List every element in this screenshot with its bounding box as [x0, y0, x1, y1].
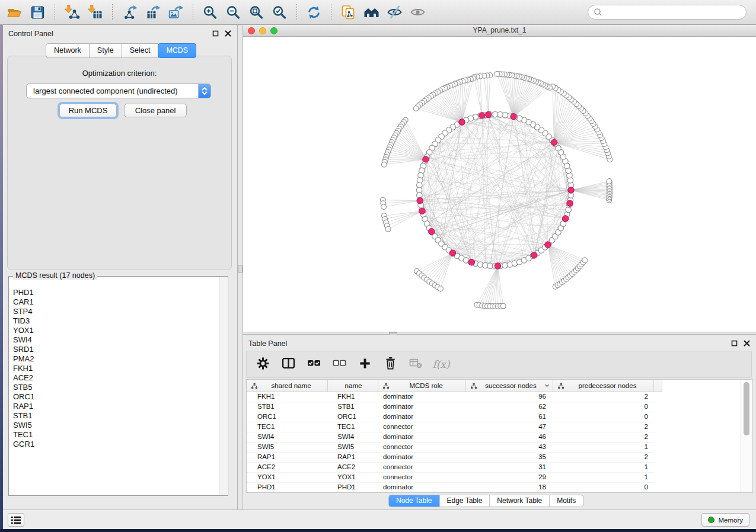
- mcds-result-item[interactable]: TEC1: [13, 430, 218, 440]
- mcds-result-item[interactable]: YOX1: [13, 326, 218, 335]
- save-session-button[interactable]: [26, 2, 49, 23]
- table-scrollbar-thumb[interactable]: [744, 382, 749, 435]
- table-row[interactable]: TEC1TEC1connector472: [247, 422, 654, 432]
- mcds-result-item[interactable]: ORC1: [13, 392, 218, 402]
- table-options-button[interactable]: [254, 354, 272, 374]
- create-column-button[interactable]: [356, 354, 374, 374]
- table-row[interactable]: FKH1FKH1dominator962: [247, 392, 654, 402]
- table-row[interactable]: PHD1PHD1dominator180: [247, 483, 654, 493]
- cell-predecessor-nodes: 2: [553, 422, 654, 432]
- mcds-result-item[interactable]: STB5: [13, 383, 218, 392]
- column-header-shared-name[interactable]: shared name: [247, 380, 328, 392]
- float-panel-icon[interactable]: [731, 340, 738, 347]
- table-row[interactable]: STB1STB1dominator620: [247, 402, 654, 412]
- mcds-result-item[interactable]: STB1: [13, 411, 218, 421]
- table-panel: Table Panel f(x) shared namenameMCDS rol…: [243, 335, 756, 509]
- vertical-splitter-handle[interactable]: [238, 265, 243, 273]
- tab-mcds[interactable]: MCDS: [158, 43, 196, 58]
- cell-shared-name: TEC1: [247, 422, 328, 432]
- control-panel: Control Panel NetworkStyleSelectMCDS Opt…: [3, 25, 237, 509]
- new-network-from-selection-button[interactable]: [337, 2, 360, 23]
- hide-selection-button[interactable]: [383, 2, 406, 23]
- memory-button[interactable]: Memory: [701, 513, 749, 527]
- mcds-result-item[interactable]: PMA2: [13, 354, 218, 364]
- network-title: YPA_prune.txt_1: [243, 25, 756, 36]
- network-view-canvas[interactable]: [243, 37, 756, 332]
- mcds-result-item[interactable]: SWI4: [13, 335, 218, 345]
- mcds-result-item[interactable]: TID3: [13, 316, 218, 326]
- float-panel-icon[interactable]: [212, 30, 219, 37]
- zoom-selected-button[interactable]: [268, 2, 291, 23]
- export-table-button[interactable]: [141, 2, 164, 23]
- optimization-criterion-select[interactable]: largest connected component (undirected): [26, 84, 211, 98]
- tab-style[interactable]: Style: [89, 43, 122, 58]
- toggle-columns-icon: [282, 357, 295, 373]
- mcds-result-item[interactable]: CAR1: [13, 297, 218, 307]
- tab-network[interactable]: Network: [46, 43, 90, 58]
- toggle-columns-button[interactable]: [279, 354, 297, 374]
- table-row[interactable]: YOX1YOX1connector291: [247, 473, 654, 483]
- deselect-all-button[interactable]: [330, 354, 348, 374]
- close-panel-button[interactable]: Close panel: [124, 104, 187, 117]
- run-mcds-button[interactable]: Run MCDS: [59, 104, 117, 117]
- search-input[interactable]: [605, 8, 746, 17]
- control-panel-title: Control Panel: [8, 30, 53, 38]
- cell-name: YOX1: [328, 473, 378, 482]
- task-history-button[interactable]: [8, 513, 24, 527]
- export-network-icon: [122, 5, 138, 20]
- mcds-result-item[interactable]: ACE2: [13, 373, 218, 383]
- mcds-result-item[interactable]: RAP1: [13, 402, 218, 411]
- close-panel-icon[interactable]: [225, 30, 231, 37]
- mcds-list-scrollbar[interactable]: [219, 277, 227, 495]
- zoom-out-button[interactable]: [222, 2, 245, 23]
- import-network-button[interactable]: [60, 2, 84, 23]
- close-panel-icon[interactable]: [744, 340, 750, 347]
- delete-column-button[interactable]: [381, 354, 399, 374]
- attribute-type-icon: [557, 383, 564, 389]
- create-column-icon: [359, 357, 371, 372]
- tab-motifs[interactable]: Motifs: [549, 495, 583, 507]
- column-header-successor-nodes[interactable]: successor nodes: [466, 380, 553, 392]
- export-network-button[interactable]: [118, 2, 141, 23]
- maximize-window-icon[interactable]: [270, 27, 277, 34]
- open-file-button[interactable]: [3, 2, 26, 23]
- cell-mcds-role: dominator: [378, 432, 466, 442]
- mcds-result-item[interactable]: SRD1: [13, 345, 218, 354]
- mcds-result-item[interactable]: SWI5: [13, 421, 218, 430]
- table-row[interactable]: ACE2ACE2connector311: [247, 463, 654, 473]
- minimize-window-icon[interactable]: [259, 27, 266, 34]
- search-box: [588, 5, 747, 20]
- mcds-result-item[interactable]: FKH1: [13, 364, 218, 373]
- table-row[interactable]: ORC1ORC1dominator610: [247, 412, 654, 422]
- column-label: successor nodes: [477, 382, 544, 389]
- zoom-in-button[interactable]: [199, 2, 222, 23]
- table-row[interactable]: RAP1RAP1dominator352: [247, 453, 654, 463]
- import-table-icon: [87, 5, 103, 20]
- tab-network-table[interactable]: Network Table: [489, 495, 549, 507]
- zoom-selected-icon: [272, 5, 288, 20]
- show-all-button[interactable]: [406, 2, 429, 23]
- export-image-icon: [168, 5, 184, 20]
- mcds-result-item[interactable]: GCR1: [13, 440, 218, 449]
- mcds-result-item[interactable]: STP4: [13, 307, 218, 316]
- first-neighbors-button[interactable]: [360, 2, 383, 23]
- column-header-predecessor-nodes[interactable]: predecessor nodes: [553, 380, 654, 392]
- refresh-network-button[interactable]: [302, 2, 326, 23]
- tab-edge-table[interactable]: Edge Table: [439, 495, 490, 507]
- cell-successor-nodes: 18: [466, 483, 553, 492]
- import-table-button[interactable]: [84, 2, 107, 23]
- network-window-titlebar[interactable]: YPA_prune.txt_1: [243, 25, 756, 37]
- select-all-button[interactable]: [305, 354, 323, 374]
- column-header-name[interactable]: name: [328, 380, 378, 392]
- zoom-fit-button[interactable]: [245, 2, 268, 23]
- table-row[interactable]: SWI4SWI4dominator462: [247, 432, 654, 443]
- export-image-button[interactable]: [164, 2, 187, 23]
- table-row[interactable]: SWI5SWI5connector431: [247, 443, 654, 453]
- close-window-icon[interactable]: [248, 27, 255, 34]
- network-graph: [243, 37, 756, 332]
- mcds-result-item[interactable]: PHD1: [13, 288, 218, 297]
- column-header-mcds-role[interactable]: MCDS role: [378, 380, 466, 392]
- tab-node-table[interactable]: Node Table: [389, 495, 439, 507]
- table-scrollbar[interactable]: [741, 380, 753, 492]
- tab-select[interactable]: Select: [122, 43, 159, 58]
